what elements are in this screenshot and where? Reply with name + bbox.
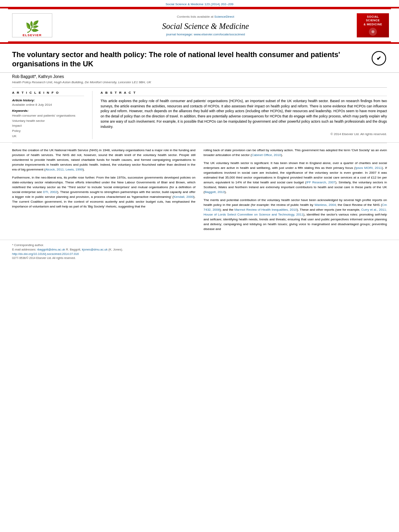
authors: Rob Baggott*, Kathryn Jones <box>0 73 399 80</box>
ref-alcock[interactable]: Alcock, 2011; Lewis, 1999 <box>45 168 83 171</box>
article-info-right: A B S T R A C T This article explores th… <box>93 91 387 139</box>
journal-homepage: journal homepage: www.elsevier.com/locat… <box>64 33 347 36</box>
history-date: Available online 8 July 2014 <box>12 103 84 107</box>
body-para-3: rolling back of state provision can be o… <box>204 148 387 158</box>
doi-link[interactable]: http://dx.doi.org/10.1016/j.socscimed.20… <box>12 252 79 256</box>
email-addresses: E-mail addresses: rbaggott@dmu.ac.uk R. … <box>12 248 387 251</box>
author-names: Rob Baggott*, Kathryn Jones <box>12 74 64 79</box>
ref-dti[interactable]: DTI, 2002 <box>43 190 58 194</box>
footer-section: * Corresponding author. E-mail addresses… <box>0 240 399 263</box>
email2-name: (K. Jones). <box>109 248 123 251</box>
keyword-2: Voluntary health sector <box>12 119 84 124</box>
journal-title-center: Contents lists available at ScienceDirec… <box>56 12 355 39</box>
email2-link[interactable]: kjones@dmu.ac.uk <box>82 248 108 251</box>
keywords-label: Keywords: <box>12 109 84 113</box>
email1-name: R. Baggott <box>66 248 80 251</box>
issn-copyright: 0277-9536/© 2014 Elsevier Ltd. All right… <box>12 257 387 259</box>
journal-homepage-url[interactable]: www.elsevier.com/locate/socscimed <box>194 33 245 36</box>
keywords-list: Health consumer and patients' organisati… <box>12 113 84 139</box>
body-para-1: Before the creation of the UK National H… <box>12 148 195 172</box>
article-title-section: The voluntary sector and health policy: … <box>0 44 399 73</box>
journal-badge-inner: SOCIAL SCIENCE & MEDICINE ⊕ <box>357 13 389 37</box>
ref-wanless[interactable]: Wanless, 2004 <box>315 203 336 207</box>
article-info-section: A R T I C L E I N F O Article history: A… <box>0 88 399 143</box>
copyright: © 2014 Elsevier Ltd. All rights reserved… <box>101 132 387 136</box>
elsevier-logo-inner: 🌿 ELSEVIER <box>12 13 52 37</box>
crossmark-badge: ✔ <box>372 51 386 66</box>
page-container: Social Science & Medicine 123 (2014) 202… <box>0 0 399 263</box>
elsevier-tree-icon: 🌿 <box>25 21 39 33</box>
body-para-2: Furthermore, in the neo-liberal era, its… <box>12 175 195 209</box>
ref-baggott[interactable]: Baggott, 2013 <box>205 190 225 194</box>
journal-citation: Social Science & Medicine 123 (2014) 202… <box>0 0 399 7</box>
body-right-column: rolling back of state provision can be o… <box>204 148 387 235</box>
body-para-5: The merits and potential contribution of… <box>204 198 387 232</box>
article-info-heading: A R T I C L E I N F O <box>12 91 84 96</box>
science-direct-text: Contents lists available at ScienceDirec… <box>64 15 347 18</box>
body-section: Before the creation of the UK National H… <box>0 143 399 240</box>
ref-ipsos[interactable]: Ipsos MORI, 2011 <box>355 166 382 170</box>
article-title: The voluntary sector and health policy: … <box>12 50 371 69</box>
journal-badge: SOCIAL SCIENCE & MEDICINE ⊕ <box>355 12 391 39</box>
affiliation: Health Policy Research Unit, Hugh Aston … <box>0 80 399 87</box>
history-label: Article history: <box>12 99 84 102</box>
keyword-1: Health consumer and patients' organisati… <box>12 113 84 119</box>
corresponding-author-note: * Corresponding author. <box>12 243 387 247</box>
abstract-heading: A B S T R A C T <box>101 91 387 96</box>
keyword-3: Impact <box>12 123 84 129</box>
journal-main-title: Social Science & Medicine <box>64 22 347 31</box>
journal-header: 🌿 ELSEVIER Contents lists available at S… <box>8 8 391 42</box>
ref-marmot[interactable]: Marmot Review of Health Inequalities, 20… <box>234 208 297 212</box>
crossmark-icon: ✔ <box>376 55 381 62</box>
article-info-left: A R T I C L E I N F O Article history: A… <box>12 91 93 139</box>
abstract-text: This article explores the policy role of… <box>101 99 387 129</box>
ref-cabinet[interactable]: Cabinet Office, 2010 <box>252 153 281 157</box>
body-para-4: The UK voluntary health sector is signif… <box>204 161 387 195</box>
doi-line: http://dx.doi.org/10.1016/j.socscimed.20… <box>12 252 387 256</box>
crossmark[interactable]: ✔ <box>371 50 387 66</box>
keyword-5: UK <box>12 134 84 139</box>
ref-iff[interactable]: IFF Research, 2007 <box>306 181 335 184</box>
email1-link[interactable]: rbaggott@dmu.ac.uk <box>37 248 65 251</box>
elsevier-logo: 🌿 ELSEVIER <box>8 12 56 39</box>
badge-icon: ⊕ <box>369 28 377 36</box>
citation-text: Social Science & Medicine 123 (2014) 202… <box>166 2 234 6</box>
keyword-4: Policy <box>12 129 84 134</box>
ref-kendall[interactable]: Kendall, 2000 <box>174 195 194 199</box>
body-left-column: Before the creation of the UK National H… <box>12 148 195 235</box>
elsevier-wordmark: ELSEVIER <box>23 33 42 37</box>
science-direct-link[interactable]: ScienceDirect <box>214 15 234 18</box>
